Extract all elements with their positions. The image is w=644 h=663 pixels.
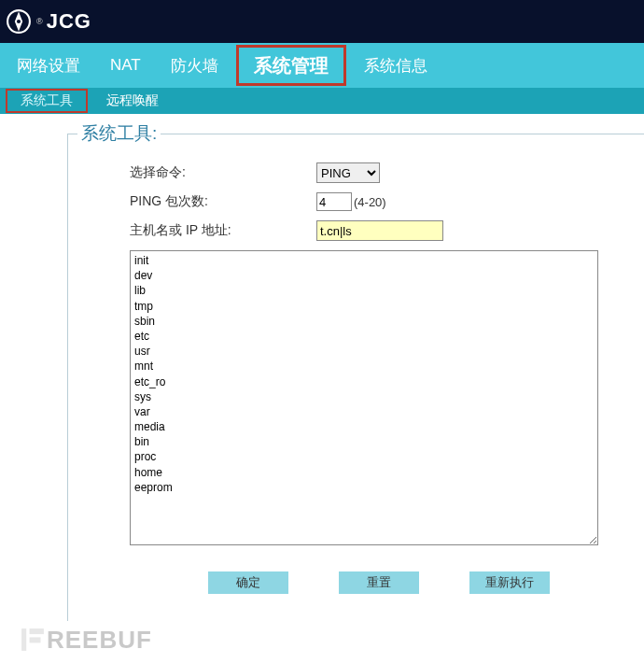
label-command: 选择命令: bbox=[130, 164, 316, 181]
ok-button[interactable]: 确定 bbox=[208, 571, 288, 594]
sub-nav: 系统工具 远程唤醒 bbox=[0, 88, 644, 114]
brand-name: JCG bbox=[47, 9, 91, 34]
brand-logo-icon bbox=[6, 8, 32, 35]
reset-button[interactable]: 重置 bbox=[339, 571, 419, 594]
nav-tab-network[interactable]: 网络设置 bbox=[2, 43, 95, 88]
button-row: 确定 重置 重新执行 bbox=[208, 571, 635, 594]
subnav-tab-wol[interactable]: 远程唤醒 bbox=[93, 88, 172, 114]
nav-tab-nat[interactable]: NAT bbox=[95, 43, 156, 88]
nav-tab-firewall[interactable]: 防火墙 bbox=[156, 43, 233, 88]
subnav-tab-tools[interactable]: 系统工具 bbox=[6, 89, 88, 113]
svg-rect-3 bbox=[30, 628, 44, 634]
brand-reg-mark: ® bbox=[36, 17, 43, 26]
tools-panel: 系统工具: 选择命令: PING PING 包次数: (4-20) 主机名或 I… bbox=[67, 121, 644, 621]
select-command[interactable]: PING bbox=[316, 162, 380, 183]
input-host[interactable] bbox=[316, 220, 443, 241]
row-command: 选择命令: PING bbox=[130, 162, 635, 183]
hint-count-range: (4-20) bbox=[354, 195, 386, 209]
main-nav: 网络设置 NAT 防火墙 系统管理 系统信息 bbox=[0, 43, 644, 88]
watermark: REEBUF bbox=[17, 624, 152, 656]
panel-legend: 系统工具: bbox=[77, 121, 161, 146]
header-bar: ® JCG bbox=[0, 0, 644, 43]
nav-tab-system-manage[interactable]: 系统管理 bbox=[236, 45, 346, 86]
svg-rect-2 bbox=[21, 628, 26, 651]
output-textarea[interactable]: init dev lib tmp sbin etc usr mnt etc_ro… bbox=[130, 250, 598, 545]
brand-logo: ® JCG bbox=[6, 8, 91, 35]
watermark-icon bbox=[17, 624, 49, 656]
nav-tab-system-info[interactable]: 系统信息 bbox=[349, 43, 442, 88]
input-count[interactable] bbox=[316, 192, 352, 211]
content-area: 系统工具: 选择命令: PING PING 包次数: (4-20) 主机名或 I… bbox=[0, 114, 644, 621]
svg-rect-4 bbox=[30, 637, 41, 642]
row-host: 主机名或 IP 地址: bbox=[130, 220, 635, 241]
watermark-text: REEBUF bbox=[47, 626, 152, 655]
label-host: 主机名或 IP 地址: bbox=[130, 222, 316, 239]
row-count: PING 包次数: (4-20) bbox=[130, 192, 635, 211]
svg-point-1 bbox=[17, 20, 21, 23]
label-count: PING 包次数: bbox=[130, 193, 316, 210]
rerun-button[interactable]: 重新执行 bbox=[469, 571, 550, 594]
